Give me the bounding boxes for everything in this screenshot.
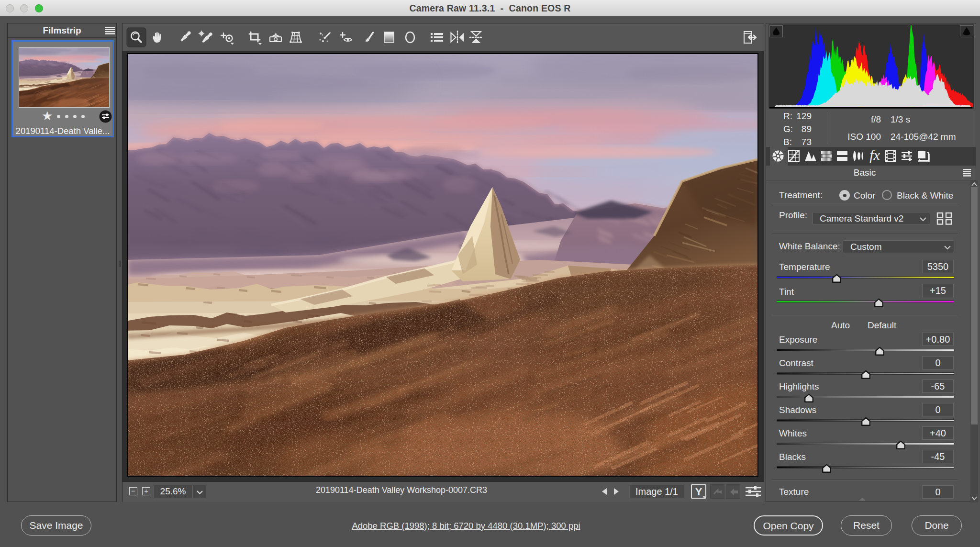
svg-text:fx: fx <box>869 147 880 163</box>
